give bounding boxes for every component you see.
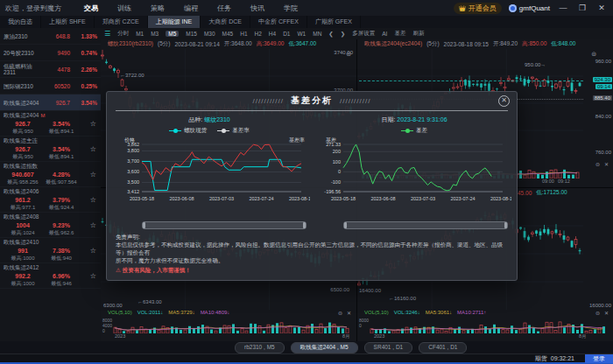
exchange-tab-1[interactable]: 上期所 SHFE [41, 16, 95, 28]
toolbar-action-2[interactable]: 基差 [394, 30, 405, 38]
quote-card-price: 926.7 [4, 146, 42, 152]
brand-name: gmfQuant [519, 4, 550, 12]
chart-tab-1[interactable]: 欧线集运2404 , M5 [291, 342, 358, 354]
menu-item-6[interactable]: 学院 [284, 4, 298, 13]
exchange-tab-0[interactable]: 我的自选 [0, 16, 41, 28]
toolbar-action-3[interactable]: 刷新 [412, 30, 424, 38]
datazoom-slider[interactable] [343, 221, 508, 229]
favorite-star-icon[interactable]: ☆ [90, 171, 96, 178]
timeframe-D1[interactable]: D1 [283, 31, 290, 37]
exchange-tab-3[interactable]: 上期能源 INE [148, 16, 201, 28]
quote-card-5[interactable]: 欧线集运24109917.38%最高:1000最低:940☆ [0, 238, 101, 263]
favorite-star-icon[interactable]: ☆ [90, 247, 96, 255]
quote-card-2[interactable]: 欧线集运指数940.6074.28%最高:958.256最低:907.564☆ [0, 162, 101, 187]
timeframe-M1[interactable]: M1 [136, 31, 144, 37]
quote-card-price: 991 [4, 248, 42, 254]
titlebar-right: 👑开通会员 gmfQuant — ❐ ✕ [454, 3, 613, 14]
modal-close-button[interactable]: ✕ [498, 95, 510, 107]
chart-tab-2[interactable]: SR401 , D1 [364, 342, 413, 354]
timeframe-W1[interactable]: W1 [297, 31, 306, 37]
svg-text:100: 100 [333, 159, 341, 164]
quote-row-0[interactable]: 原油2310648.81.33% [0, 28, 101, 45]
lock-icon[interactable]: ⊜ [595, 310, 600, 316]
timeframe-M15[interactable]: M15 [186, 31, 197, 37]
legend-item-基差[interactable]: 基差 [401, 127, 427, 135]
menu-item-0[interactable]: 交易 [84, 4, 98, 13]
timeframe-H4[interactable]: H4 [269, 31, 276, 37]
quote-card-values: 961.23.79% [4, 197, 97, 203]
chart-toolbar: ☰分时M1M3M5M15M30M45H1H2H4D1W1MN❮❯多屏设置AI基差… [101, 28, 613, 39]
quote-row-3[interactable]: 国际铜2310605200.25% [0, 78, 101, 94]
menu-toggle-icon[interactable]: ☰ [104, 30, 110, 38]
close-button[interactable]: ✕ [595, 4, 608, 12]
exchange-tab-5[interactable]: 中金所 CFFEX [250, 16, 307, 28]
close-pane-icon[interactable]: ✕ [604, 161, 609, 167]
timeframe-M3[interactable]: M3 [151, 31, 159, 37]
member-button[interactable]: 👑开通会员 [454, 3, 502, 14]
slider-handle-left[interactable] [344, 222, 347, 228]
volume-axis: 80000 [359, 318, 369, 328]
lock-icon[interactable]: ⊜ [338, 310, 342, 316]
slider-handle-right[interactable] [303, 222, 306, 228]
prev-arrow-icon[interactable]: ❮ [328, 31, 333, 38]
legend-item-基差率[interactable]: 基差率 [217, 127, 250, 135]
quote-card-values: 9917.38% [4, 248, 97, 254]
menu-item-3[interactable]: 编程 [184, 4, 198, 13]
chart-tab-0[interactable]: rb2310 , M5 [235, 342, 285, 354]
menu-item-5[interactable]: 快讯 [250, 4, 264, 13]
next-arrow-icon[interactable]: ❯ [341, 31, 345, 38]
close-pane-icon[interactable]: ✕ [604, 310, 609, 316]
maximize-button[interactable]: ❐ [576, 4, 588, 12]
slider-handle-right[interactable] [504, 222, 507, 228]
lock-icon[interactable]: ⊜ [595, 161, 600, 167]
quote-card-3[interactable]: 欧线集运2406961.23.79%最高:977.1最低:924.4☆ [0, 187, 101, 213]
quote-card-6[interactable]: 欧线集运2412992.26.96%最高:1000最低:946☆ [0, 263, 101, 289]
favorite-star-icon[interactable]: ☆ [90, 221, 96, 229]
svg-text:2023-07-03: 2023-07-03 [411, 196, 435, 201]
quote-row-1[interactable]: 20号胶231094900.74% [0, 45, 101, 61]
menu-item-4[interactable]: 任务 [217, 4, 231, 13]
timeframe-H2[interactable]: H2 [255, 31, 262, 37]
quote-card-4[interactable]: 欧线集运240810049.23%最高:1024最低:962.6☆ [0, 213, 101, 238]
quote-price: 9490 [42, 50, 70, 56]
toolbar-action-0[interactable]: 多屏设置 [352, 30, 375, 38]
timeframe-MN[interactable]: MN [313, 31, 321, 37]
chart-tab-3[interactable]: CF401 , D1 [419, 342, 467, 354]
minimize-button[interactable]: — [557, 4, 569, 12]
quote-name: 20号胶2310 [4, 50, 42, 56]
timeframe-分时[interactable]: 分时 [117, 30, 129, 38]
disclaimer-text: 所不同，魔方力求但不保证数据完全准确。 [116, 256, 508, 264]
quote-card-1[interactable]: 欧线集运主连926.73.54%最高:950最低:894.1☆ [0, 136, 101, 162]
quote-name: 国际铜2310 [4, 83, 42, 89]
timeframe-M30[interactable]: M30 [204, 31, 215, 37]
quote-card-price: 926.7 [4, 121, 42, 127]
datazoom-slider[interactable] [142, 221, 306, 229]
lock-icon[interactable]: ⊜ [346, 51, 351, 58]
exchange-tab-6[interactable]: 广期所 GFEX [307, 16, 361, 28]
quote-row-4[interactable]: 欧线集运2404926.73.54% [0, 94, 101, 111]
quote-card-values: 10049.23% [4, 222, 97, 228]
symbol-label: 欧线集运2404(ec2404) [364, 40, 422, 48]
quote-row-2[interactable]: 低硫燃料油231144782.26% [0, 61, 101, 78]
legend-item-螺纹现货[interactable]: 螺纹现货 [169, 127, 207, 135]
favorite-star-icon[interactable]: ☆ [90, 145, 96, 153]
login-button[interactable]: 登录 [585, 354, 613, 363]
menu-item-2[interactable]: 策略 [151, 4, 165, 13]
favorite-star-icon[interactable]: ☆ [90, 272, 96, 280]
legend-label: 螺纹现货 [184, 127, 207, 135]
menu-item-1[interactable]: 训练 [117, 4, 131, 13]
panel-header: 欧线集运2404(ec2404) (5分) 2023-08-18 09:15 开… [357, 39, 613, 49]
timeframe-H1[interactable]: H1 [240, 31, 247, 37]
quote-card-0[interactable]: 欧线集运2404M926.73.54%最高:950最低:894.1☆ [0, 111, 101, 136]
timeframe-M45[interactable]: M45 [222, 31, 234, 37]
slider-handle-left[interactable] [143, 222, 145, 228]
close-pane-icon[interactable]: ✕ [347, 310, 351, 316]
exchange-tab-4[interactable]: 大商所 DCE [201, 16, 250, 28]
exchange-tab-2[interactable]: 郑商所 CZCE [95, 16, 148, 28]
timeframe-M5[interactable]: M5 [166, 31, 179, 37]
favorite-star-icon[interactable]: ☆ [90, 196, 96, 204]
toolbar-action-1[interactable]: AI [382, 31, 387, 37]
vol-value: VOL:2011↓ [137, 310, 164, 316]
lock-icon[interactable]: ⊜ [591, 51, 596, 58]
favorite-star-icon[interactable]: ☆ [90, 120, 96, 128]
